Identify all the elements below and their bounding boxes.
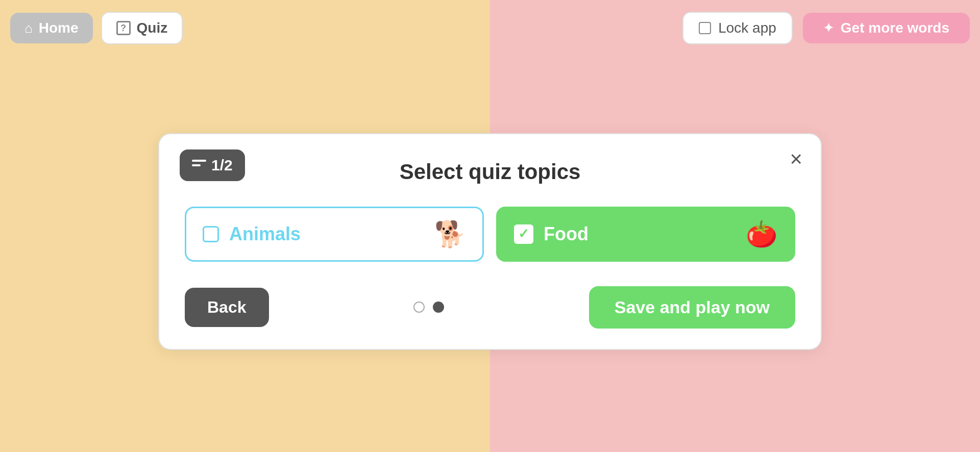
home-button[interactable]: ⌂ Home [10, 13, 93, 43]
close-button[interactable]: × [790, 148, 802, 170]
food-checkbox [514, 224, 533, 244]
dot-2 [433, 302, 444, 313]
food-label: Food [544, 223, 589, 245]
star-icon: ✦ [823, 21, 834, 35]
save-play-button[interactable]: Save and play now [589, 286, 795, 329]
topic-food-left: Food [514, 223, 589, 245]
topbar: ⌂ Home ? Quiz Lock app ✦ Get more words [0, 0, 980, 56]
animals-checkbox [203, 226, 219, 242]
quiz-button[interactable]: ? Quiz [101, 12, 183, 44]
dog-icon: 🐕 [434, 219, 466, 249]
modal: 1/2 × Select quiz topics Animals 🐕 Foo [158, 133, 822, 350]
dot-1 [413, 302, 425, 313]
steps-icon [192, 160, 206, 171]
tomato-icon: 🍅 [746, 219, 777, 249]
modal-title: Select quiz topics [185, 160, 795, 184]
back-label: Back [207, 298, 247, 316]
step-badge: 1/2 [180, 149, 245, 181]
lock-checkbox [699, 22, 711, 34]
lock-label: Lock app [718, 20, 776, 36]
quiz-label: Quiz [137, 20, 168, 36]
topic-animals-left: Animals [203, 223, 301, 245]
close-icon: × [790, 147, 802, 171]
modal-bottom: Back Save and play now [185, 286, 795, 329]
home-label: Home [39, 20, 79, 36]
step-label: 1/2 [211, 157, 233, 174]
save-play-label: Save and play now [615, 297, 770, 317]
topics-row: Animals 🐕 Food 🍅 [185, 207, 795, 262]
lock-app-button[interactable]: Lock app [682, 12, 793, 44]
modal-area: 1/2 × Select quiz topics Animals 🐕 Foo [71, 61, 909, 421]
back-button[interactable]: Back [185, 288, 269, 327]
pagination-dots [413, 302, 444, 313]
get-words-label: Get more words [841, 20, 949, 36]
get-more-words-button[interactable]: ✦ Get more words [803, 13, 970, 43]
topic-food[interactable]: Food 🍅 [496, 207, 795, 262]
animals-label: Animals [229, 223, 301, 245]
quiz-icon: ? [116, 21, 131, 35]
home-icon: ⌂ [24, 20, 33, 36]
topic-animals[interactable]: Animals 🐕 [185, 207, 484, 262]
